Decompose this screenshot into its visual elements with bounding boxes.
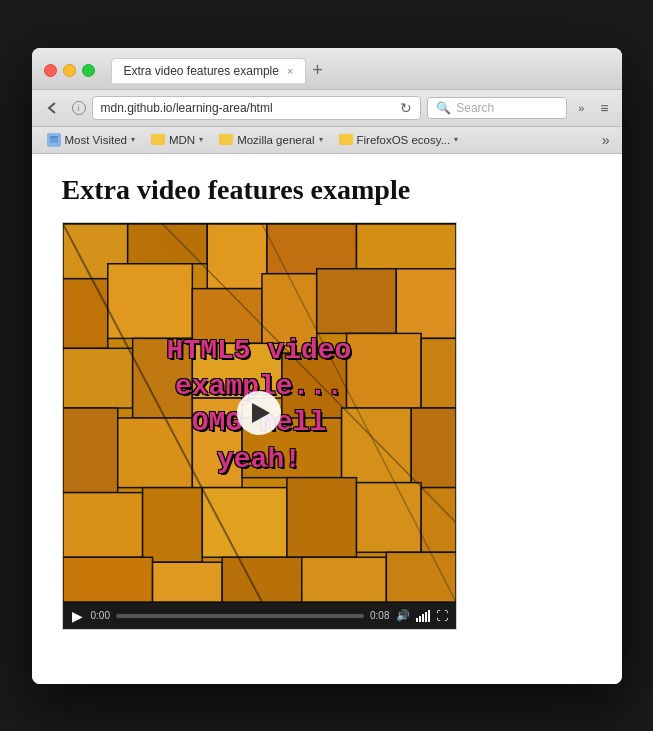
bookmark-icon [47, 133, 61, 147]
video-controls: ▶ 0:00 0:08 🔊 ⛶ [63, 603, 456, 629]
page-title: Extra video features example [62, 174, 592, 206]
svg-rect-26 [63, 492, 143, 557]
bookmark-arrow: ▾ [454, 135, 458, 144]
play-icon [252, 403, 270, 423]
bookmark-most-visited[interactable]: Most Visited ▾ [40, 131, 142, 149]
bookmark-label: Most Visited [65, 134, 127, 146]
bookmark-arrow: ▾ [199, 135, 203, 144]
svg-rect-6 [266, 223, 356, 273]
info-label: i [78, 103, 80, 113]
url-text: mdn.github.io/learning-area/html [101, 101, 395, 115]
title-bar: Extra video features example × + [32, 48, 622, 90]
svg-rect-17 [281, 353, 346, 418]
svg-rect-15 [132, 338, 192, 418]
search-icon: 🔍 [436, 101, 451, 115]
svg-rect-16 [192, 343, 282, 398]
svg-rect-1 [50, 136, 58, 138]
bookmark-mozilla[interactable]: Mozilla general ▾ [212, 132, 329, 148]
bookmark-label: FirefoxOS ecosy... [357, 134, 451, 146]
active-tab[interactable]: Extra video features example × [111, 58, 307, 83]
address-bar[interactable]: mdn.github.io/learning-area/html ↻ [92, 96, 422, 120]
tab-bar: Extra video features example × + [111, 58, 610, 83]
window-controls [44, 64, 95, 77]
play-button[interactable] [237, 391, 281, 435]
svg-rect-32 [63, 557, 153, 602]
vol-bar-3 [422, 614, 424, 622]
svg-rect-12 [316, 268, 396, 333]
info-icon[interactable]: i [72, 101, 86, 115]
new-tab-button[interactable]: + [306, 61, 329, 79]
svg-rect-27 [142, 487, 202, 562]
vol-bar-5 [428, 610, 430, 622]
fullscreen-button[interactable]: ⛶ [436, 609, 448, 623]
folder-icon [151, 134, 165, 145]
progress-bar[interactable] [116, 614, 364, 618]
svg-rect-20 [63, 408, 118, 493]
search-bar[interactable]: 🔍 Search [427, 97, 567, 119]
nav-bar: i mdn.github.io/learning-area/html ↻ 🔍 S… [32, 90, 622, 127]
svg-rect-13 [396, 268, 456, 338]
tab-close-button[interactable]: × [287, 65, 293, 77]
minimize-button[interactable] [63, 64, 76, 77]
bookmark-label: MDN [169, 134, 195, 146]
svg-rect-33 [152, 562, 222, 602]
svg-rect-28 [202, 487, 287, 557]
vol-bar-2 [419, 616, 421, 622]
svg-rect-36 [386, 552, 456, 602]
vol-bar-4 [425, 612, 427, 622]
svg-rect-9 [107, 263, 192, 338]
search-placeholder: Search [456, 101, 494, 115]
bookmark-arrow: ▾ [319, 135, 323, 144]
refresh-button[interactable]: ↻ [400, 100, 412, 116]
svg-rect-25 [411, 408, 456, 488]
bookmark-arrow: ▾ [131, 135, 135, 144]
folder-icon [219, 134, 233, 145]
svg-rect-35 [301, 557, 386, 602]
svg-rect-19 [421, 338, 456, 408]
svg-rect-7 [356, 223, 455, 268]
svg-rect-31 [421, 487, 456, 552]
volume-icon[interactable]: 🔊 [396, 609, 410, 622]
vol-bar-1 [416, 618, 418, 622]
svg-rect-30 [356, 482, 421, 552]
browser-window: Extra video features example × + i mdn.g… [32, 48, 622, 684]
svg-rect-29 [286, 477, 356, 557]
volume-bars [416, 610, 430, 622]
svg-rect-18 [346, 333, 421, 408]
svg-rect-8 [63, 278, 108, 348]
bookmark-mdn[interactable]: MDN ▾ [144, 132, 210, 148]
folder-icon [339, 134, 353, 145]
maximize-button[interactable] [82, 64, 95, 77]
back-button[interactable] [40, 98, 66, 118]
svg-rect-14 [63, 348, 133, 408]
bookmarks-overflow-button[interactable]: » [598, 132, 614, 148]
end-time: 0:08 [370, 610, 389, 621]
svg-rect-21 [117, 417, 192, 487]
bookmark-label: Mozilla general [237, 134, 314, 146]
video-screen[interactable]: HTML5 video example... OMG hell yeah! [63, 223, 456, 603]
control-play-button[interactable]: ▶ [71, 608, 85, 624]
svg-rect-34 [222, 557, 302, 602]
bookmarks-bar: Most Visited ▾ MDN ▾ Mozilla general ▾ F… [32, 127, 622, 154]
current-time: 0:00 [91, 610, 110, 621]
menu-button[interactable]: ≡ [595, 98, 613, 118]
bookmark-firefoxos[interactable]: FirefoxOS ecosy... ▾ [332, 132, 466, 148]
overflow-button[interactable]: » [573, 100, 589, 116]
tab-label: Extra video features example [124, 64, 279, 78]
svg-rect-10 [192, 288, 262, 343]
close-button[interactable] [44, 64, 57, 77]
svg-rect-22 [192, 398, 242, 488]
page-content: Extra video features example [32, 154, 622, 684]
video-container: HTML5 video example... OMG hell yeah! ▶ … [62, 222, 457, 630]
